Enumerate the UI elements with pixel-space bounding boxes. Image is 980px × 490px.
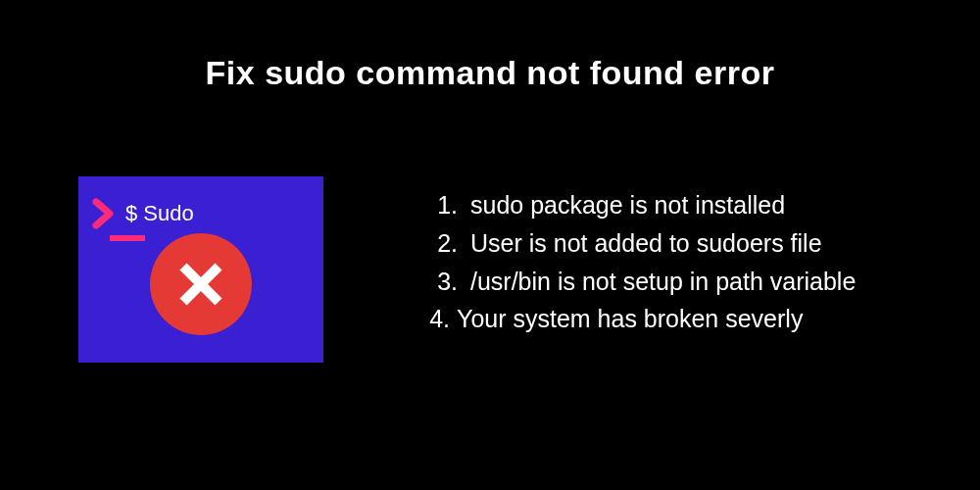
list-item: Your system has broken severly bbox=[457, 300, 856, 338]
list-item: /usr/bin is not setup in path variable bbox=[465, 263, 856, 301]
prompt-row: $ Sudo bbox=[92, 198, 194, 229]
error-icon bbox=[150, 233, 252, 335]
terminal-graphic: $ Sudo bbox=[78, 176, 323, 363]
content-row: $ Sudo sudo package is not installed Use… bbox=[0, 176, 980, 363]
chevron-right-icon bbox=[92, 198, 118, 229]
reasons-list: sudo package is not installed User is no… bbox=[431, 186, 856, 338]
cursor-underline-icon bbox=[110, 235, 145, 241]
page-title: Fix sudo command not found error bbox=[0, 54, 980, 92]
list-item: sudo package is not installed bbox=[465, 186, 856, 224]
terminal-prompt-text: $ Sudo bbox=[125, 201, 194, 226]
list-item: User is not added to sudoers file bbox=[465, 224, 856, 263]
reasons-list-container: sudo package is not installed User is no… bbox=[431, 176, 856, 338]
